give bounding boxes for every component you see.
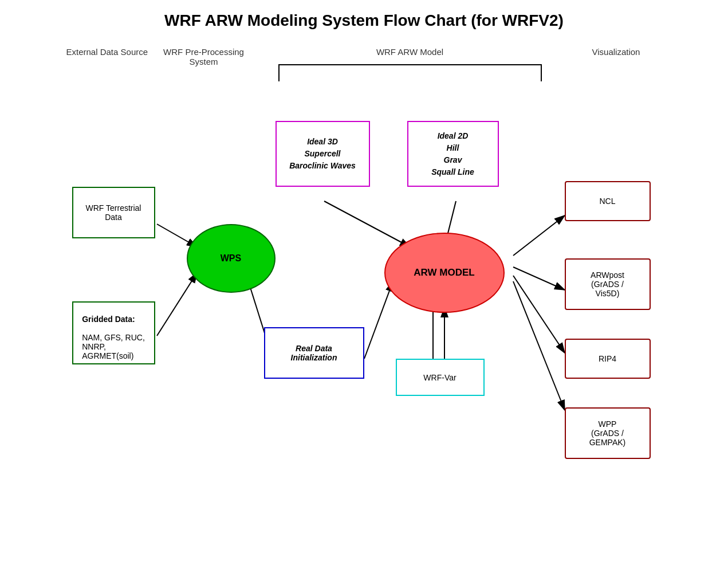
rip4-box: RIP4 xyxy=(565,339,651,379)
header-wrf-pre: WRF Pre-Processing System xyxy=(158,47,250,66)
main-title: WRF ARW Modeling System Flow Chart (for … xyxy=(66,11,662,30)
ideal-2d-box: Ideal 2DHillGravSquall Line xyxy=(407,121,499,187)
header-external: External Data Source xyxy=(66,47,158,66)
svg-line-8 xyxy=(513,267,565,290)
diagram-container: WRF ARW Modeling System Flow Chart (for … xyxy=(49,0,679,536)
svg-line-4 xyxy=(364,281,393,359)
ideal-3d-box: Ideal 3DSupercellBaroclinic Waves xyxy=(276,121,370,187)
header-arw-model: WRF ARW Model xyxy=(250,47,570,66)
ncl-box: NCL xyxy=(565,181,651,221)
wpp-box: WPP(GrADS /GEMPAK) xyxy=(565,407,651,459)
wps-ellipse: WPS xyxy=(187,224,276,293)
column-headers: External Data Source WRF Pre-Processing … xyxy=(66,47,662,66)
gridded-data-label: Gridded Data: xyxy=(82,315,135,324)
svg-line-7 xyxy=(513,215,565,256)
svg-line-2 xyxy=(157,273,197,336)
svg-line-9 xyxy=(513,276,565,353)
real-data-init-box: Real DataInitialization xyxy=(264,327,364,379)
gridded-data-box: Gridded Data: NAM, GFS, RUC,NNRP,AGRMET(… xyxy=(72,301,155,364)
arwpost-box: ARWpost(GrADS /Vis5D) xyxy=(565,258,651,310)
flow-area: WRF Terrestrial Data Gridded Data: NAM, … xyxy=(66,78,662,525)
arw-model-ellipse: ARW MODEL xyxy=(384,233,505,313)
wrf-terrestrial-box: WRF Terrestrial Data xyxy=(72,187,155,238)
svg-line-5 xyxy=(324,201,410,247)
wrf-var-box: WRF-Var xyxy=(396,359,485,396)
header-visualization: Visualization xyxy=(570,47,662,66)
svg-line-10 xyxy=(513,281,565,410)
